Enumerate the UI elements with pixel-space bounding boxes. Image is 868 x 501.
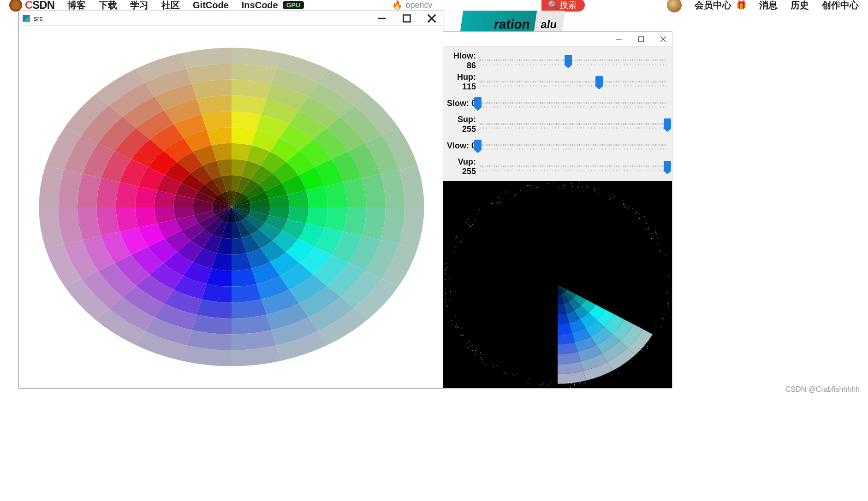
trackbar-label: Vup: 255 [443, 157, 478, 177]
search-input[interactable] [406, 0, 541, 10]
fire-icon: 🔥 [392, 0, 402, 10]
search-wrap: 🔥 🔍 搜索 [317, 0, 654, 12]
search-button-label: 搜索 [560, 0, 577, 11]
top-navigation: CSDN 博客 下载 学习 社区 GitCode InsCode GPU 🔥 🔍… [0, 0, 868, 10]
slider-thumb[interactable] [474, 140, 482, 150]
window-app-icon [23, 15, 30, 22]
search-button[interactable]: 🔍 搜索 [541, 0, 585, 12]
minimize-icon [377, 14, 386, 23]
slider-thumb[interactable] [474, 97, 482, 107]
src-body [19, 26, 444, 388]
logo-icon [9, 0, 22, 12]
trackbar-slider[interactable] [478, 139, 667, 152]
trackbar-slider[interactable] [478, 97, 667, 110]
trackbar-label: Hlow: 86 [443, 51, 478, 71]
nav-download[interactable]: 下载 [99, 0, 117, 12]
trackbar-label: Sup: 255 [443, 115, 478, 134]
trackbar-slider[interactable] [478, 54, 667, 67]
search-box: 🔥 🔍 搜索 [386, 0, 585, 12]
trackbar-slider[interactable] [478, 160, 667, 173]
svg-rect-1 [404, 15, 410, 22]
nav-community[interactable]: 社区 [161, 0, 180, 12]
trackbar-hup: Hup: 115 [443, 71, 667, 93]
trackbar-vup: Vup: 255 [443, 156, 667, 177]
trackbar-label: Slow: 0 [443, 99, 478, 108]
tb-close-button[interactable] [659, 35, 667, 43]
minimize-button[interactable] [377, 14, 386, 23]
nav-inscode[interactable]: InsCode [242, 0, 278, 11]
gpu-badge: GPU [283, 1, 304, 9]
gift-icon: 🎁 [736, 0, 746, 10]
maximize-icon [402, 14, 411, 23]
trackbar-label: Hup: 115 [443, 72, 478, 92]
nav-gitcode[interactable]: GitCode [193, 0, 229, 11]
trackbars-panel: Hlow: 86Hup: 115Slow: 0Sup: 255Vlow: 0Vu… [443, 47, 672, 181]
close-button[interactable] [427, 14, 436, 23]
csdn-logo[interactable]: CSDN [9, 0, 54, 12]
slider-thumb[interactable] [565, 55, 572, 65]
nav-messages[interactable]: 消息 [759, 0, 778, 12]
trackbar-hlow: Hlow: 86 [443, 50, 667, 71]
src-window: src [18, 11, 444, 389]
tb-maximize-button[interactable] [637, 35, 645, 43]
mask-canvas [443, 181, 672, 388]
nav-learn[interactable]: 学习 [130, 0, 149, 12]
nav-history[interactable]: 历史 [791, 0, 809, 12]
mask-result [443, 181, 672, 388]
svg-rect-5 [639, 36, 644, 41]
slider-thumb[interactable] [595, 76, 603, 86]
trackbar-vlow: Vlow: 0 [443, 135, 667, 156]
nav-create[interactable]: 创作中心 [822, 0, 859, 12]
nav-member[interactable]: 会员中心 [695, 0, 731, 12]
slider-thumb[interactable] [664, 118, 671, 129]
watermark: CSDN @Crabfishhhhh [785, 385, 860, 394]
trackbar-slider[interactable] [478, 76, 667, 88]
search-icon: 🔍 [548, 0, 558, 10]
slider-thumb[interactable] [664, 161, 671, 171]
nav-blog[interactable]: 博客 [67, 0, 86, 12]
trackbar-slow: Slow: 0 [443, 93, 667, 114]
tb-minimize-button[interactable] [615, 35, 623, 43]
trackbar-window: Hlow: 86Hup: 115Slow: 0Sup: 255Vlow: 0Vu… [443, 31, 672, 389]
window-controls [377, 14, 440, 23]
trackbar-titlebar[interactable] [443, 32, 672, 47]
color-wheel [31, 41, 432, 373]
avatar[interactable] [667, 0, 682, 12]
maximize-button[interactable] [402, 14, 411, 23]
close-icon [427, 14, 436, 23]
src-titlebar[interactable]: src [19, 11, 444, 26]
src-title: src [34, 14, 43, 22]
trackbar-slider[interactable] [478, 118, 667, 131]
trackbar-sup: Sup: 255 [443, 114, 667, 135]
trackbar-label: Vlow: 0 [443, 141, 478, 151]
logo-text: CSDN [25, 0, 54, 12]
